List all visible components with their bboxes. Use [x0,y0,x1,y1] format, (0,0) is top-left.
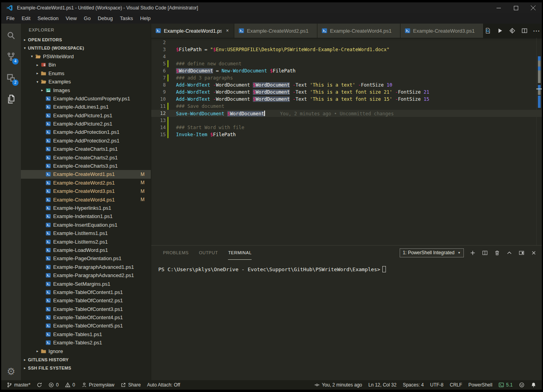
tree-folder[interactable]: ▸Ignore [21,347,151,355]
split-editor-button[interactable] [520,26,529,35]
code-editor[interactable]: 23$FilePath = "$Env:USERPROFILE\Desktop\… [151,38,542,245]
menu-debug[interactable]: Debug [94,13,116,24]
tree-file[interactable]: Example-AddPicture2.ps1 [21,120,151,128]
tree-file[interactable]: Example-TableOfContent5.ps1 [21,322,151,330]
activity-source-control[interactable]: 4 [2,47,20,66]
tree-file[interactable]: Example-AddProtection2.ps1 [21,137,151,145]
status-warnings[interactable]: 0 [62,380,78,390]
activity-extensions[interactable]: 2 [2,68,20,87]
status-encoding[interactable]: UTF-8 [427,380,447,390]
status-feedback[interactable] [516,380,528,390]
status-auto-attach[interactable]: Auto Attach: Off [144,380,183,390]
code-line-6: 6$WordDocument = New-WordDocument $FileP… [151,67,542,74]
tab-example-createword2-ps1[interactable]: Example-CreateWord2.ps1 [234,24,317,38]
sidebar-section-open-editors[interactable]: ▸OPEN EDITORS [21,35,151,44]
tree-file[interactable]: Example-CreateWord1.ps1M [21,170,151,178]
tree-file[interactable]: Example-ListItems1.ps1 [21,229,151,237]
panel-tab-output[interactable]: OUTPUT [199,246,218,260]
search-file-button[interactable] [484,26,492,35]
status-cursor-position[interactable]: Ln 12, Col 32 [365,380,400,390]
status-sync[interactable] [33,380,45,390]
activity-search[interactable] [2,26,20,45]
menu-file[interactable]: File [3,13,18,24]
menu-view[interactable]: View [62,13,80,24]
status-powershell-version[interactable]: 5.1 [495,380,516,390]
new-terminal-button[interactable] [469,249,476,256]
status-share[interactable]: Share [117,380,144,390]
tree-file[interactable]: Example-SetMargins.ps1 [21,279,151,288]
status-gitlens-blame[interactable]: You, 2 minutes ago [311,380,365,390]
settings-gear-icon[interactable]: ⚙ [7,366,15,377]
tree-file[interactable]: Example-ListItems2.ps1 [21,237,151,246]
tree-file[interactable]: Example-TableOfContent2.ps1 [21,296,151,305]
tree-file[interactable]: Example-AddProtection1.ps1 [21,128,151,136]
more-actions-button[interactable]: ··· [532,26,541,35]
menu-go[interactable]: Go [80,13,94,24]
menu-selection[interactable]: Selection [34,13,62,24]
status-errors[interactable]: 0 [45,380,62,390]
menu-edit[interactable]: Edit [18,13,34,24]
tree-file[interactable]: Example-LoadWord.ps1 [21,246,151,254]
editor-actions: ··· [484,24,543,38]
tree-file[interactable]: Example-Tables2.ps1 [21,338,151,347]
maximize-panel-button[interactable] [506,249,513,256]
panel-tab-terminal[interactable]: TERMINAL [228,246,252,260]
tree-file[interactable]: Example-Hyperlinks1.ps1 [21,204,151,212]
tree-file[interactable]: Example-CreateCharts2.ps1 [21,153,151,161]
menu-help[interactable]: Help [137,13,154,24]
move-panel-button[interactable] [518,249,525,256]
status-language-mode[interactable]: PowerShell [465,380,496,390]
terminal-selector[interactable]: 1: PowerShell Integrated ▼ [400,248,464,257]
status-notifications[interactable] [528,380,539,390]
line-number: 12 [151,111,166,116]
tree-file[interactable]: Example-CreateWord4.ps1M [21,195,151,203]
tree-file[interactable]: Example-CreateWord2.ps1M [21,179,151,187]
tree-file[interactable]: Example-AddPicture1.ps1 [21,111,151,120]
tree-folder[interactable]: ▸Images [21,86,151,94]
tree-file[interactable]: Example-Indentation1.ps1 [21,212,151,220]
run-file-button[interactable] [496,26,504,35]
tree-folder[interactable]: ▾PSWriteWord [21,52,151,61]
sidebar-section-ssh-file-systems[interactable]: ▸SSH FILE SYSTEMS [21,364,151,372]
tree-file[interactable]: Example-CreateCharts3.ps1 [21,162,151,170]
status-indentation[interactable]: Spaces: 4 [400,380,427,390]
kill-terminal-button[interactable] [493,249,500,256]
tree-file[interactable]: Example-AddLines1.ps1 [21,103,151,111]
status-git-branch[interactable]: master* [4,380,33,390]
tree-folder[interactable]: ▾Examples [21,78,151,86]
gitlens-compare-button[interactable] [508,26,517,35]
panel-tabs: PROBLEMSOUTPUTTERMINAL [163,246,262,260]
tab-example-createword3-ps1[interactable]: Example-CreateWord3.ps1 [400,24,484,38]
tab-example-createword4-ps1[interactable]: Example-CreateWord4.ps1 [317,24,400,38]
tree-file[interactable]: Example-TableOfContent1.ps1 [21,288,151,296]
sidebar-section-workspace[interactable]: ▾UNTITLED (WORKSPACE) [21,44,151,52]
tree-file[interactable]: Example-ParagraphAdvanced2.ps1 [21,271,151,279]
menu-tasks[interactable]: Tasks [116,13,136,24]
tree-file[interactable]: Example-Tables1.ps1 [21,330,151,338]
tree-folder[interactable]: ▸Bin [21,61,151,69]
close-panel-button[interactable] [530,249,537,256]
tree-file[interactable]: Example-PageOrientation.ps1 [21,254,151,263]
split-terminal-button[interactable] [481,249,488,256]
activity-documents[interactable] [2,90,20,109]
sidebar-section-gitlens-history[interactable]: ▸GITLENS HISTORY [21,355,151,364]
tree-file[interactable]: Example-TableOfContent4.ps1 [21,313,151,322]
tree-file[interactable]: Example-TableOfContent3.ps1 [21,305,151,313]
tree-file[interactable]: Example-AddCustomProperty.ps1 [21,94,151,103]
tab-example-createword1-ps1[interactable]: Example-CreateWord1.ps1× [151,24,234,38]
close-button[interactable] [524,2,542,13]
tree-file[interactable]: Example-CreateCharts1.ps1 [21,145,151,153]
tree-folder[interactable]: ▸Enums [21,69,151,78]
editor-tabs: Example-CreateWord1.ps1×Example-CreateWo… [151,24,484,38]
terminal[interactable]: PS C:\Users\pklys\OneDrive - Evotec\Supp… [151,260,542,380]
tree-file[interactable]: Example-ParagraphAdvanced1.ps1 [21,263,151,271]
tree-file[interactable]: Example-CreateWord3.ps1M [21,187,151,195]
minimize-button[interactable] [490,2,507,13]
status-live-share-user[interactable]: Przemysław [78,380,118,390]
code-token [384,82,387,88]
tab-close-icon[interactable]: × [224,28,231,33]
tree-file[interactable]: Example-InsertEquation.ps1 [21,221,151,229]
panel-tab-problems[interactable]: PROBLEMS [163,246,189,260]
status-eol[interactable]: CRLF [447,380,465,390]
maximize-button[interactable] [507,2,524,13]
